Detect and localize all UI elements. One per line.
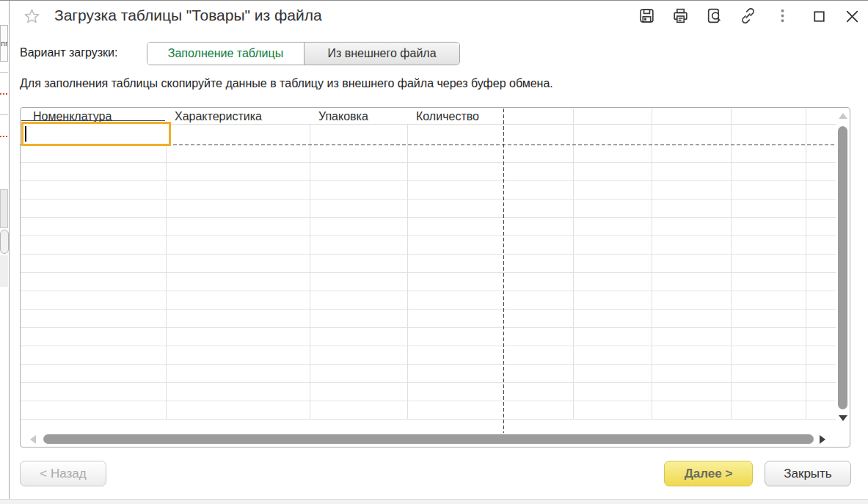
print-icon: [671, 7, 690, 25]
data-area-dashed-boundary: [503, 109, 504, 433]
back-button[interactable]: < Назад: [20, 461, 106, 486]
favorite-star-button[interactable]: [23, 7, 41, 26]
background-divider: [0, 114, 8, 115]
background-panel: [0, 255, 8, 287]
column-divider: [573, 109, 574, 420]
footer-strip: [0, 499, 868, 504]
close-button[interactable]: Закрыть: [765, 461, 851, 486]
load-variant-switch: Заполнение таблицы Из внешнего файла: [147, 42, 460, 65]
goods-table[interactable]: Номенклатура Характеристика Упаковка Кол…: [20, 107, 850, 448]
preview-button[interactable]: [705, 7, 723, 25]
close-icon: [843, 7, 861, 26]
scroll-left-arrow[interactable]: [30, 435, 36, 444]
scroll-down-arrow[interactable]: [839, 415, 847, 421]
more-icon: [773, 7, 792, 25]
link-button[interactable]: [739, 7, 757, 25]
text-caret: [25, 126, 26, 142]
background-required-mark: [0, 136, 8, 137]
column-divider: [310, 124, 310, 420]
load-variant-label: Вариант загрузки:: [20, 46, 117, 59]
next-button[interactable]: Далее >: [664, 461, 753, 486]
column-divider: [652, 109, 652, 420]
save-icon: [638, 7, 656, 25]
horizontal-scrollbar-thumb[interactable]: [43, 434, 814, 444]
background-button-fragment: [0, 230, 9, 254]
close-window-button[interactable]: [843, 7, 861, 26]
background-fragment-box: пг: [0, 25, 8, 62]
column-divider: [806, 109, 806, 420]
empty-rows: [21, 145, 836, 420]
more-button[interactable]: [773, 7, 792, 25]
page-title: Загрузка таблицы "Товары" из файла: [54, 7, 322, 24]
background-fragment-text: пг: [1, 39, 8, 48]
background-divider: [0, 72, 8, 73]
print-button[interactable]: [671, 7, 690, 25]
column-divider: [407, 124, 408, 420]
vertical-scrollbar-thumb[interactable]: [838, 126, 847, 409]
background-window-fragment: пг: [0, 1, 10, 504]
column-header-packaging[interactable]: Упаковка: [318, 110, 368, 124]
column-header-quantity[interactable]: Количество: [416, 110, 479, 124]
favorite-star-icon: [23, 7, 41, 26]
preview-icon: [705, 7, 723, 25]
background-panel: [0, 189, 8, 228]
current-column-underline: [21, 120, 165, 121]
save-button[interactable]: [638, 7, 656, 25]
scroll-right-arrow[interactable]: [820, 435, 825, 444]
column-divider: [166, 124, 167, 420]
column-header-characteristic[interactable]: Характеристика: [175, 110, 262, 124]
selected-cell-nomenclature[interactable]: [21, 122, 171, 146]
hint-text: Для заполнения таблицы скопируйте данные…: [20, 77, 553, 90]
background-required-mark: [0, 93, 8, 95]
column-divider: [731, 109, 732, 420]
tab-from-external-file[interactable]: Из внешнего файла: [304, 43, 459, 65]
maximize-icon: [810, 7, 828, 26]
maximize-button[interactable]: [810, 7, 828, 26]
dialog-window: пг Загрузка таблицы "Товары" из файла: [0, 0, 868, 504]
link-icon: [739, 7, 757, 25]
tab-fill-table[interactable]: Заполнение таблицы: [147, 43, 304, 65]
scroll-up-arrow[interactable]: [839, 113, 847, 119]
